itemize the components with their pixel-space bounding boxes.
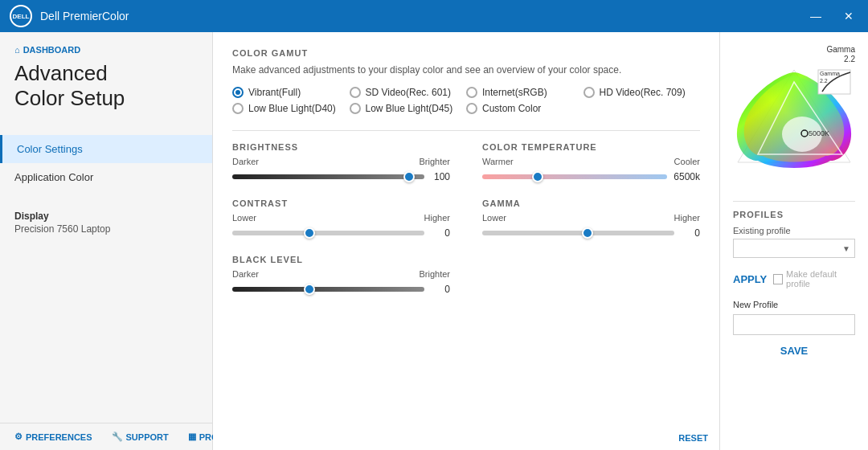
- gamma-title: GAMMA: [482, 198, 700, 208]
- option-hd-video[interactable]: HD Video(Rec. 709): [583, 87, 701, 98]
- black-level-labels: Darker Brighter: [232, 269, 450, 279]
- device-name: Precision 7560 Laptop: [14, 223, 198, 235]
- sidebar-device: Display Precision 7560 Laptop: [0, 198, 212, 248]
- make-default-wrap: Make default profile: [773, 269, 855, 288]
- color-temp-labels: Warmer Cooler: [482, 157, 700, 166]
- close-button[interactable]: ✕: [839, 8, 858, 24]
- support-link[interactable]: 🔧 SUPPORT: [112, 432, 169, 442]
- option-internet-srgb[interactable]: Internet(sRGB): [466, 87, 583, 98]
- window-controls: — ✕: [805, 8, 858, 24]
- color-temp-slider[interactable]: [482, 170, 667, 184]
- gamma-value: 0: [681, 227, 700, 239]
- contrast-value: 0: [431, 227, 450, 239]
- brightness-title: BRIGHTNESS: [232, 142, 450, 152]
- home-icon: ⌂: [14, 45, 20, 55]
- option-sd-video[interactable]: SD Video(Rec. 601): [350, 87, 467, 98]
- brightness-slider[interactable]: [232, 170, 424, 184]
- brightness-section: BRIGHTNESS Darker Brighter 100: [232, 142, 450, 184]
- color-temp-section: COLOR TEMPERATURE Warmer Cooler 6500k: [482, 142, 700, 184]
- gamma-slider[interactable]: [482, 226, 674, 240]
- contrast-slider[interactable]: [232, 226, 424, 240]
- profiles-icon: ▦: [188, 432, 196, 442]
- dashboard-link[interactable]: ⌂ DASHBOARD: [14, 45, 198, 55]
- option-vibrant-full[interactable]: Vibrant(Full): [232, 87, 350, 98]
- sliders-grid: BRIGHTNESS Darker Brighter 100 COLOR TEM…: [232, 142, 700, 311]
- device-label: Display: [14, 211, 198, 222]
- gamma-section: GAMMA Lower Higher 0: [482, 198, 700, 240]
- sidebar-nav: Color Settings Application Color: [0, 135, 212, 191]
- option-custom-color[interactable]: Custom Color: [466, 103, 583, 114]
- gamut-diagram: 5000K Gamma 2.2: [734, 66, 854, 186]
- gamma-labels: Lower Higher: [482, 213, 700, 223]
- contrast-slider-row: 0: [232, 226, 450, 240]
- existing-profile-label: Existing profile: [733, 226, 855, 235]
- contrast-labels: Lower Higher: [232, 213, 450, 223]
- reset-button[interactable]: RESET: [678, 433, 708, 443]
- preferences-link[interactable]: ⚙ PREFERENCES: [14, 432, 92, 442]
- apply-button[interactable]: APPLY: [733, 273, 767, 285]
- color-temp-title: COLOR TEMPERATURE: [482, 142, 700, 152]
- support-icon: 🔧: [112, 432, 123, 442]
- dell-logo: DELL: [10, 5, 32, 27]
- apply-row: APPLY Make default profile: [733, 269, 855, 288]
- color-gamut-title: COLOR GAMUT: [232, 48, 700, 58]
- right-panel: Gamma2.2: [719, 32, 868, 450]
- make-default-label: Make default profile: [786, 269, 855, 288]
- titlebar: DELL Dell PremierColor — ✕: [0, 0, 868, 32]
- profiles-title: PROFILES: [733, 210, 855, 219]
- profile-select-wrap: ▼: [733, 239, 855, 258]
- svg-text:Gamma: Gamma: [820, 71, 840, 76]
- sidebar-item-color-settings[interactable]: Color Settings: [0, 135, 212, 163]
- svg-text:5000K: 5000K: [809, 129, 829, 137]
- black-level-slider-row: 0: [232, 282, 450, 297]
- brightness-labels: Darker Brighter: [232, 157, 450, 166]
- gamma-label: Gamma2.2: [826, 45, 855, 64]
- contrast-title: CONTRAST: [232, 198, 450, 208]
- gamma-slider-row: 0: [482, 226, 700, 240]
- color-gamut-options: Vibrant(Full) SD Video(Rec. 601) Interne…: [232, 87, 700, 114]
- new-profile-label: New Profile: [733, 300, 855, 309]
- sidebar-item-application-color[interactable]: Application Color: [0, 163, 212, 191]
- sidebar-footer: ⚙ PREFERENCES 🔧 SUPPORT ▦ PROFILES: [0, 423, 212, 450]
- minimize-button[interactable]: —: [805, 8, 826, 24]
- contrast-section: CONTRAST Lower Higher 0: [232, 198, 450, 240]
- new-profile-input[interactable]: [733, 314, 855, 335]
- black-level-section: BLACK LEVEL Darker Brighter 0: [232, 255, 450, 297]
- save-button[interactable]: SAVE: [733, 345, 855, 357]
- preferences-icon: ⚙: [14, 432, 23, 442]
- color-temp-slider-row: 6500k: [482, 170, 700, 184]
- reset-area: RESET: [678, 432, 708, 444]
- gamut-diagram-container: Gamma2.2: [733, 45, 855, 186]
- brightness-value: 100: [431, 171, 450, 182]
- option-low-blue-d40[interactable]: Low Blue Light(D40): [232, 103, 350, 114]
- black-level-value: 0: [431, 284, 450, 295]
- sidebar: ⌂ DASHBOARD Advanced Color Setup Color S…: [0, 32, 213, 450]
- make-default-checkbox[interactable]: [773, 274, 783, 284]
- color-gamut-desc: Make advanced adjustments to your displa…: [232, 64, 700, 76]
- option-low-blue-d45[interactable]: Low Blue Light(D45): [350, 103, 467, 114]
- main-content: COLOR GAMUT Make advanced adjustments to…: [213, 32, 719, 450]
- page-title: Advanced Color Setup: [14, 61, 198, 111]
- color-temp-value: 6500k: [674, 171, 700, 182]
- app-title: Dell PremierColor: [40, 10, 805, 22]
- svg-text:2.2: 2.2: [820, 78, 828, 84]
- profile-select[interactable]: [733, 239, 855, 258]
- black-level-slider[interactable]: [232, 282, 424, 297]
- black-level-title: BLACK LEVEL: [232, 255, 450, 264]
- brightness-slider-row: 100: [232, 170, 450, 184]
